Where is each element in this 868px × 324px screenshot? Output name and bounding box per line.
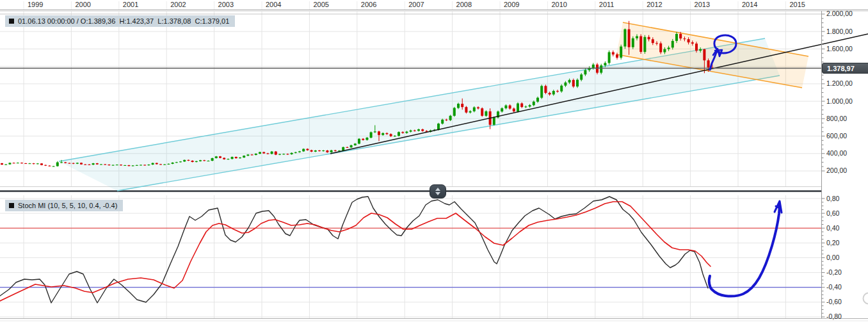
year-label: 2003: [218, 1, 234, 8]
panel-splitter-handle[interactable]: [430, 184, 446, 198]
axis-tick-label: 800,00: [826, 115, 847, 122]
year-label: 2015: [789, 1, 805, 8]
axis-tick-label: -0,80: [826, 312, 842, 320]
last-price-tag: 1.378,97: [822, 63, 868, 74]
axis-tick-label: 600,00: [826, 132, 847, 140]
axis-tick-label: 1.600,00: [826, 45, 853, 53]
axis-tick-label: 1.800,00: [826, 28, 853, 35]
indicator-square-icon: [9, 203, 14, 208]
year-label: 2006: [361, 1, 376, 8]
axis-tick-label: -0,40: [826, 283, 842, 291]
year-label: 2013: [695, 1, 710, 8]
axis-tick-label: 0,40: [826, 224, 839, 232]
indicator-label-text: Stoch MI (10, 5, 5, 10, 0.4, -0.4): [18, 201, 117, 210]
axis-tick-label: 0,80: [826, 195, 839, 202]
indicator-gridlines: [0, 198, 821, 317]
signal-line: [0, 202, 711, 301]
year-label: 2010: [551, 1, 567, 8]
chevron-down-icon: [435, 192, 440, 195]
year-label: 2001: [123, 1, 138, 8]
year-label: 2012: [647, 1, 662, 8]
axis-tick-label: 1.000,00: [826, 97, 853, 105]
axis-tick-label: 2.000,00: [826, 10, 853, 17]
stochastic-lines: [0, 197, 711, 303]
ohlc-info-text: 01.06.13 00:00:00 / O:1.389,36 H:1.423,3…: [18, 17, 229, 26]
up-arrow-annotation: [709, 205, 780, 296]
axis-tick-label: 0,60: [826, 209, 839, 217]
trendline: [330, 34, 868, 154]
axis-tick-label: 400,00: [826, 149, 847, 157]
axis-tick-label: 200,00: [826, 166, 847, 174]
year-label: 2009: [504, 1, 519, 8]
axis-tick-label: 0,00: [826, 254, 839, 261]
series-square-icon: [9, 19, 14, 24]
year-label: 2002: [170, 1, 186, 8]
year-label: 2011: [599, 1, 615, 8]
value-axis: [822, 11, 825, 318]
axis-tick-label: 0,20: [826, 239, 839, 247]
year-label: 2004: [266, 1, 281, 8]
chart-canvas[interactable]: [0, 0, 868, 324]
freehand-annotations-indicator: [709, 201, 782, 296]
chevron-up-icon: [435, 188, 440, 191]
year-label: 1999: [28, 1, 43, 8]
year-label: 2007: [408, 1, 424, 8]
last-price-value: 1.378,97: [827, 65, 855, 72]
chart-window: 1999200020012002200320042005200620072008…: [0, 0, 868, 324]
year-label: 2005: [313, 1, 328, 8]
axis-tick-label: 1.200,00: [826, 79, 853, 87]
ohlc-info-chip[interactable]: 01.06.13 00:00:00 / O:1.389,36 H:1.423,3…: [5, 15, 235, 27]
axis-tick-label: -0,60: [826, 298, 842, 305]
year-label: 2000: [75, 1, 90, 8]
year-label: 2008: [456, 1, 472, 8]
year-label: 2014: [742, 1, 757, 8]
indicator-label-chip[interactable]: Stoch MI (10, 5, 5, 10, 0.4, -0.4): [5, 200, 123, 211]
axis-tick-label: -0,20: [826, 268, 842, 276]
